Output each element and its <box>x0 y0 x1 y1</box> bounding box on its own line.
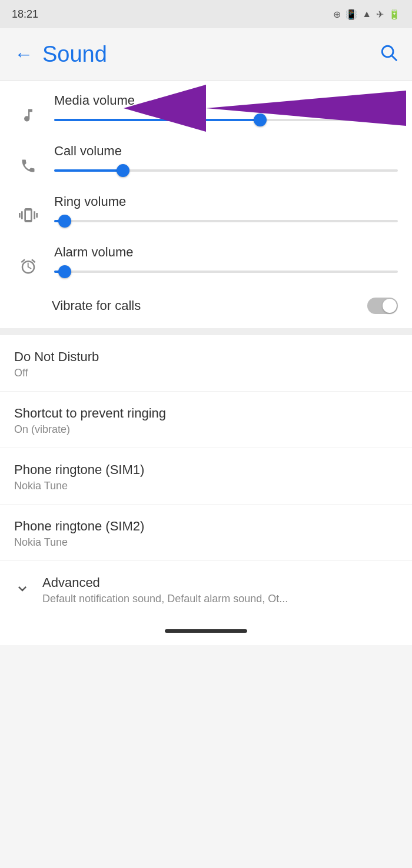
volume-section: Media volume Call volume <box>0 81 412 328</box>
alarm-volume-control: Alarm volume <box>54 245 398 278</box>
advanced-content: Advanced Default notification sound, Def… <box>42 575 398 605</box>
menu-section: Do Not Disturb Off Shortcut to prevent r… <box>0 335 412 617</box>
alarm-volume-label: Alarm volume <box>54 245 398 260</box>
section-divider <box>0 328 412 335</box>
shortcut-ringing-title: Shortcut to prevent ringing <box>14 406 398 421</box>
phone-icon <box>14 158 42 176</box>
advanced-item[interactable]: Advanced Default notification sound, Def… <box>0 561 412 617</box>
search-button[interactable] <box>379 43 398 66</box>
vibrate-for-calls-label: Vibrate for calls <box>52 298 141 313</box>
vibrate-for-calls-toggle[interactable] <box>367 298 398 314</box>
phone-ringtone-sim1-item[interactable]: Phone ringtone (SIM1) Nokia Tune <box>0 448 412 505</box>
airplane-icon: ✈ <box>376 9 384 20</box>
alarm-volume-slider[interactable] <box>54 266 398 278</box>
do-not-disturb-item[interactable]: Do Not Disturb Off <box>0 335 412 392</box>
advanced-subtitle: Default notification sound, Default alar… <box>42 593 398 605</box>
status-icons: ⊕ 📳 ▲ ✈ 🔋 <box>333 9 400 20</box>
phone-ringtone-sim1-subtitle: Nokia Tune <box>14 480 398 492</box>
do-not-disturb-title: Do Not Disturb <box>14 349 398 365</box>
status-bar: 18:21 ⊕ 📳 ▲ ✈ 🔋 <box>0 0 412 28</box>
wifi-icon: ▲ <box>362 9 371 19</box>
alarm-icon <box>14 258 42 278</box>
phone-ringtone-sim1-title: Phone ringtone (SIM1) <box>14 462 398 478</box>
svg-line-1 <box>392 56 396 60</box>
ring-volume-item: Ring volume <box>0 182 412 233</box>
phone-ringtone-sim2-item[interactable]: Phone ringtone (SIM2) Nokia Tune <box>0 505 412 561</box>
toggle-thumb <box>383 299 397 313</box>
bottom-bar <box>0 617 412 645</box>
call-volume-slider[interactable] <box>54 165 398 176</box>
vibrate-icon: 📳 <box>345 9 357 20</box>
location-icon: ⊕ <box>333 9 341 20</box>
svg-marker-3 <box>124 85 206 132</box>
ring-volume-control: Ring volume <box>54 194 398 227</box>
chevron-down-icon <box>14 580 33 600</box>
do-not-disturb-subtitle: Off <box>14 367 398 379</box>
phone-ringtone-sim2-title: Phone ringtone (SIM2) <box>14 519 398 534</box>
home-indicator <box>165 629 247 633</box>
page-title: Sound <box>42 42 379 67</box>
vibrate-ring-icon <box>14 206 42 227</box>
alarm-volume-item: Alarm volume <box>0 233 412 283</box>
vibrate-for-calls-item: Vibrate for calls <box>0 283 412 328</box>
ring-volume-label: Ring volume <box>54 194 398 209</box>
ring-volume-slider[interactable] <box>54 215 398 227</box>
back-button[interactable]: ← <box>14 44 33 65</box>
svg-marker-2 <box>206 91 406 126</box>
phone-ringtone-sim2-subtitle: Nokia Tune <box>14 536 398 549</box>
advanced-title: Advanced <box>42 575 398 590</box>
shortcut-ringing-subtitle: On (vibrate) <box>14 423 398 436</box>
status-time: 18:21 <box>12 8 38 21</box>
shortcut-ringing-item[interactable]: Shortcut to prevent ringing On (vibrate) <box>0 392 412 448</box>
music-icon <box>14 107 42 126</box>
battery-icon: 🔋 <box>388 9 400 20</box>
purple-arrow-svg <box>88 73 412 149</box>
